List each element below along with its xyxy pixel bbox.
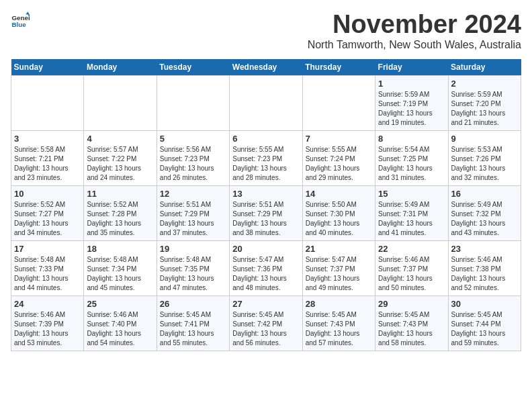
- location-subtitle: North Tamworth, New South Wales, Austral…: [308, 39, 521, 51]
- month-title: November 2024: [308, 11, 521, 39]
- day-number: 21: [306, 244, 372, 254]
- day-info: Sunrise: 5:47 AM Sunset: 7:37 PM Dayligh…: [306, 255, 372, 293]
- weekday-header-row: SundayMondayTuesdayWednesdayThursdayFrid…: [11, 59, 521, 76]
- day-number: 23: [451, 244, 518, 254]
- day-number: 22: [378, 244, 445, 254]
- day-info: Sunrise: 5:50 AM Sunset: 7:30 PM Dayligh…: [306, 200, 372, 238]
- calendar-cell: 25Sunrise: 5:46 AM Sunset: 7:40 PM Dayli…: [84, 295, 157, 351]
- calendar-cell: 19Sunrise: 5:48 AM Sunset: 7:35 PM Dayli…: [157, 240, 229, 295]
- day-number: 16: [451, 189, 518, 199]
- day-info: Sunrise: 5:46 AM Sunset: 7:40 PM Dayligh…: [87, 310, 153, 348]
- calendar-cell: 9Sunrise: 5:53 AM Sunset: 7:26 PM Daylig…: [448, 130, 521, 185]
- page-header: General Blue November 2024 North Tamwort…: [11, 11, 521, 56]
- calendar-cell: 3Sunrise: 5:58 AM Sunset: 7:21 PM Daylig…: [11, 130, 84, 185]
- day-number: 25: [87, 299, 153, 309]
- day-number: 10: [14, 189, 81, 199]
- day-info: Sunrise: 5:51 AM Sunset: 7:29 PM Dayligh…: [160, 200, 226, 238]
- day-number: 1: [378, 79, 445, 89]
- calendar-cell: 4Sunrise: 5:57 AM Sunset: 7:22 PM Daylig…: [84, 130, 157, 185]
- day-info: Sunrise: 5:55 AM Sunset: 7:24 PM Dayligh…: [306, 145, 372, 183]
- calendar-cell: 30Sunrise: 5:45 AM Sunset: 7:44 PM Dayli…: [448, 295, 521, 351]
- calendar-cell: [84, 75, 157, 130]
- calendar-cell: 23Sunrise: 5:46 AM Sunset: 7:38 PM Dayli…: [448, 240, 521, 295]
- day-number: 9: [451, 134, 518, 144]
- day-info: Sunrise: 5:46 AM Sunset: 7:38 PM Dayligh…: [451, 255, 518, 293]
- day-number: 5: [160, 134, 226, 144]
- weekday-header-tuesday: Tuesday: [157, 59, 229, 76]
- day-info: Sunrise: 5:49 AM Sunset: 7:32 PM Dayligh…: [451, 200, 518, 238]
- calendar-week-row: 24Sunrise: 5:46 AM Sunset: 7:39 PM Dayli…: [11, 295, 521, 351]
- calendar-cell: 26Sunrise: 5:45 AM Sunset: 7:41 PM Dayli…: [157, 295, 229, 351]
- calendar-cell: 6Sunrise: 5:55 AM Sunset: 7:23 PM Daylig…: [230, 130, 302, 185]
- day-info: Sunrise: 5:45 AM Sunset: 7:43 PM Dayligh…: [378, 310, 445, 348]
- calendar-cell: 18Sunrise: 5:48 AM Sunset: 7:34 PM Dayli…: [84, 240, 157, 295]
- day-info: Sunrise: 5:46 AM Sunset: 7:39 PM Dayligh…: [14, 310, 81, 348]
- calendar-cell: 14Sunrise: 5:50 AM Sunset: 7:30 PM Dayli…: [302, 185, 375, 240]
- svg-marker-2: [26, 11, 30, 14]
- calendar-cell: [157, 75, 229, 130]
- calendar-cell: 11Sunrise: 5:52 AM Sunset: 7:28 PM Dayli…: [84, 185, 157, 240]
- day-number: 14: [306, 189, 372, 199]
- day-number: 18: [87, 244, 153, 254]
- day-info: Sunrise: 5:54 AM Sunset: 7:25 PM Dayligh…: [378, 145, 445, 183]
- logo: General Blue: [11, 11, 30, 30]
- day-info: Sunrise: 5:59 AM Sunset: 7:20 PM Dayligh…: [451, 90, 518, 128]
- day-info: Sunrise: 5:57 AM Sunset: 7:22 PM Dayligh…: [87, 145, 153, 183]
- day-number: 19: [160, 244, 226, 254]
- calendar-cell: 21Sunrise: 5:47 AM Sunset: 7:37 PM Dayli…: [302, 240, 375, 295]
- day-info: Sunrise: 5:49 AM Sunset: 7:31 PM Dayligh…: [378, 200, 445, 238]
- calendar-cell: 29Sunrise: 5:45 AM Sunset: 7:43 PM Dayli…: [375, 295, 448, 351]
- day-number: 26: [160, 299, 226, 309]
- day-number: 17: [14, 244, 81, 254]
- weekday-header-monday: Monday: [84, 59, 157, 76]
- day-number: 29: [378, 299, 445, 309]
- day-number: 30: [451, 299, 518, 309]
- day-info: Sunrise: 5:52 AM Sunset: 7:27 PM Dayligh…: [14, 200, 81, 238]
- day-info: Sunrise: 5:55 AM Sunset: 7:23 PM Dayligh…: [232, 145, 299, 183]
- calendar-cell: 8Sunrise: 5:54 AM Sunset: 7:25 PM Daylig…: [375, 130, 448, 185]
- weekday-header-friday: Friday: [375, 59, 448, 76]
- day-info: Sunrise: 5:58 AM Sunset: 7:21 PM Dayligh…: [14, 145, 81, 183]
- day-number: 27: [232, 299, 299, 309]
- calendar-cell: 28Sunrise: 5:45 AM Sunset: 7:43 PM Dayli…: [302, 295, 375, 351]
- day-info: Sunrise: 5:51 AM Sunset: 7:29 PM Dayligh…: [232, 200, 299, 238]
- calendar-table: SundayMondayTuesdayWednesdayThursdayFrid…: [11, 59, 521, 351]
- day-number: 3: [14, 134, 81, 144]
- calendar-cell: 15Sunrise: 5:49 AM Sunset: 7:31 PM Dayli…: [375, 185, 448, 240]
- weekday-header-saturday: Saturday: [448, 59, 521, 76]
- day-info: Sunrise: 5:45 AM Sunset: 7:44 PM Dayligh…: [451, 310, 518, 348]
- calendar-cell: [230, 75, 302, 130]
- calendar-cell: 17Sunrise: 5:48 AM Sunset: 7:33 PM Dayli…: [11, 240, 84, 295]
- day-info: Sunrise: 5:45 AM Sunset: 7:42 PM Dayligh…: [232, 310, 299, 348]
- calendar-cell: 20Sunrise: 5:47 AM Sunset: 7:36 PM Dayli…: [230, 240, 302, 295]
- calendar-week-row: 17Sunrise: 5:48 AM Sunset: 7:33 PM Dayli…: [11, 240, 521, 295]
- day-number: 12: [160, 189, 226, 199]
- calendar-week-row: 3Sunrise: 5:58 AM Sunset: 7:21 PM Daylig…: [11, 130, 521, 185]
- day-info: Sunrise: 5:46 AM Sunset: 7:37 PM Dayligh…: [378, 255, 445, 293]
- day-number: 11: [87, 189, 153, 199]
- day-number: 8: [378, 134, 445, 144]
- day-number: 6: [232, 134, 299, 144]
- calendar-cell: [11, 75, 84, 130]
- day-info: Sunrise: 5:48 AM Sunset: 7:33 PM Dayligh…: [14, 255, 81, 293]
- weekday-header-thursday: Thursday: [302, 59, 375, 76]
- weekday-header-sunday: Sunday: [11, 59, 84, 76]
- calendar-cell: 7Sunrise: 5:55 AM Sunset: 7:24 PM Daylig…: [302, 130, 375, 185]
- logo-icon: General Blue: [11, 11, 30, 30]
- calendar-week-row: 10Sunrise: 5:52 AM Sunset: 7:27 PM Dayli…: [11, 185, 521, 240]
- day-info: Sunrise: 5:48 AM Sunset: 7:34 PM Dayligh…: [87, 255, 153, 293]
- calendar-cell: 5Sunrise: 5:56 AM Sunset: 7:23 PM Daylig…: [157, 130, 229, 185]
- day-info: Sunrise: 5:52 AM Sunset: 7:28 PM Dayligh…: [87, 200, 153, 238]
- title-block: November 2024 North Tamworth, New South …: [308, 11, 521, 56]
- day-number: 2: [451, 79, 518, 89]
- svg-text:Blue: Blue: [11, 21, 26, 28]
- day-number: 13: [232, 189, 299, 199]
- calendar-cell: 13Sunrise: 5:51 AM Sunset: 7:29 PM Dayli…: [230, 185, 302, 240]
- day-number: 15: [378, 189, 445, 199]
- weekday-header-wednesday: Wednesday: [230, 59, 302, 76]
- calendar-cell: 2Sunrise: 5:59 AM Sunset: 7:20 PM Daylig…: [448, 75, 521, 130]
- calendar-cell: 16Sunrise: 5:49 AM Sunset: 7:32 PM Dayli…: [448, 185, 521, 240]
- day-info: Sunrise: 5:56 AM Sunset: 7:23 PM Dayligh…: [160, 145, 226, 183]
- day-info: Sunrise: 5:45 AM Sunset: 7:41 PM Dayligh…: [160, 310, 226, 348]
- calendar-cell: 27Sunrise: 5:45 AM Sunset: 7:42 PM Dayli…: [230, 295, 302, 351]
